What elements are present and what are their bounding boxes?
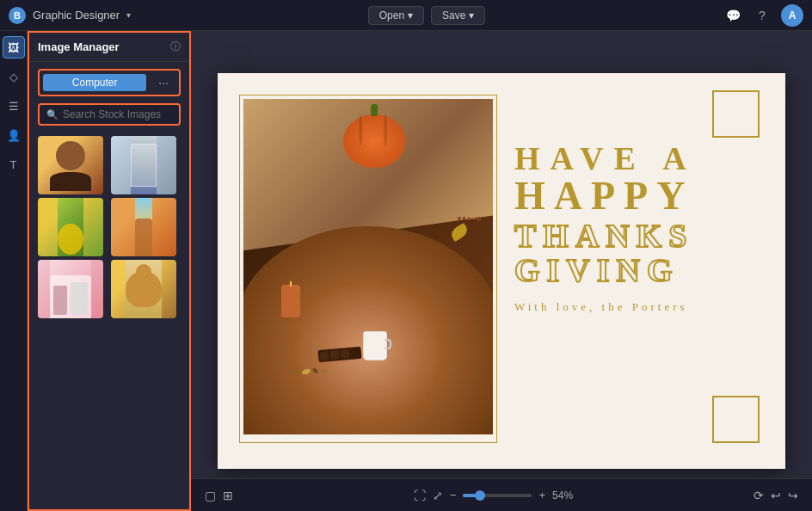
zoom-slider[interactable] xyxy=(463,494,532,497)
zoom-out-button[interactable]: − xyxy=(450,489,457,502)
search-icon: 🔍 xyxy=(46,109,58,120)
list-item[interactable] xyxy=(38,198,103,256)
panel-header: Image Manager ⓘ xyxy=(29,33,189,62)
sidebar-item-people[interactable]: 👤 xyxy=(3,124,25,146)
save-button[interactable]: Save ▾ xyxy=(431,6,485,25)
app-logo: B xyxy=(9,7,26,24)
canvas-area: HAVE A HAPPY THANKS GIVING With love, th… xyxy=(191,31,812,511)
canvas-subtitle: With love, the Porters xyxy=(514,300,768,314)
chat-icon[interactable]: 💬 xyxy=(723,5,743,26)
redo-icon[interactable]: ↪ xyxy=(788,489,798,502)
design-canvas[interactable]: HAVE A HAPPY THANKS GIVING With love, th… xyxy=(218,73,785,469)
canvas-photo-section xyxy=(243,99,493,434)
open-dropdown-icon: ▾ xyxy=(408,9,413,22)
list-item[interactable] xyxy=(111,260,176,318)
frame-icon[interactable]: ▢ xyxy=(205,489,216,502)
canvas-title-line3: THANKS xyxy=(514,219,768,252)
main-layout: 🖼 ◇ ☰ 👤 T Image Manager ⓘ Computer ··· 🔍 xyxy=(0,31,812,511)
grid-icon[interactable]: ⊞ xyxy=(223,489,233,502)
title-dropdown-icon[interactable]: ▾ xyxy=(126,10,131,20)
zoom-in-button[interactable]: + xyxy=(538,489,545,502)
canvas-title-line2: HAPPY xyxy=(514,176,768,216)
help-icon[interactable]: ? xyxy=(752,5,772,26)
computer-btn-wrap: Computer ··· xyxy=(38,69,181,96)
bottom-left: ▢ ⊞ xyxy=(205,489,233,502)
image-grid xyxy=(29,132,189,322)
topbar-left: B Graphic Designer ▾ xyxy=(9,7,131,24)
bottom-toolbar: ▢ ⊞ ⛶ ⤢ − + 54% ⟳ ↩ ↪ xyxy=(191,478,812,511)
avatar[interactable]: A xyxy=(781,4,803,27)
canvas-title-line4: GIVING xyxy=(514,254,768,286)
canvas-text-section: HAVE A HAPPY THANKS GIVING With love, th… xyxy=(514,142,768,314)
app-title: Graphic Designer xyxy=(33,9,120,22)
panel-source-section: Computer ··· xyxy=(29,62,189,103)
more-button[interactable]: ··· xyxy=(151,72,175,93)
refresh-icon[interactable]: ⟳ xyxy=(754,489,764,502)
sidebar-item-images[interactable]: 🖼 xyxy=(3,36,25,58)
deco-rect-bottom xyxy=(712,396,760,443)
topbar-center: Open ▾ Save ▾ xyxy=(368,6,486,25)
icon-sidebar: 🖼 ◇ ☰ 👤 T xyxy=(0,31,28,511)
computer-button[interactable]: Computer xyxy=(43,74,146,91)
panel-info-icon[interactable]: ⓘ xyxy=(170,40,181,54)
search-wrapper: 🔍 xyxy=(38,103,181,126)
search-input[interactable] xyxy=(63,108,172,120)
list-item[interactable] xyxy=(38,260,103,318)
zoom-percent: 54% xyxy=(552,489,573,502)
undo-icon[interactable]: ↩ xyxy=(771,489,781,502)
bottom-right: ⟳ ↩ ↪ xyxy=(754,489,798,502)
sidebar-item-text[interactable]: T xyxy=(3,153,25,175)
image-manager-panel: Image Manager ⓘ Computer ··· 🔍 xyxy=(28,31,191,511)
panel-title: Image Manager xyxy=(38,40,120,53)
fullscreen-icon[interactable]: ⛶ xyxy=(414,489,426,502)
deco-rect-top xyxy=(712,90,760,138)
sidebar-item-shapes[interactable]: ◇ xyxy=(3,65,25,88)
canvas-title-line1: HAVE A xyxy=(514,142,768,175)
bottom-center: ⛶ ⤢ − + 54% xyxy=(414,489,573,502)
list-item[interactable] xyxy=(38,136,103,194)
expand-icon[interactable]: ⤢ xyxy=(433,489,443,502)
sidebar-item-layers[interactable]: ☰ xyxy=(3,95,25,117)
list-item[interactable] xyxy=(111,198,176,256)
open-button[interactable]: Open ▾ xyxy=(368,6,424,25)
save-dropdown-icon: ▾ xyxy=(469,9,474,22)
list-item[interactable] xyxy=(111,136,176,194)
topbar: B Graphic Designer ▾ Open ▾ Save ▾ 💬 ? A xyxy=(0,0,812,31)
topbar-right: 💬 ? A xyxy=(723,4,803,27)
